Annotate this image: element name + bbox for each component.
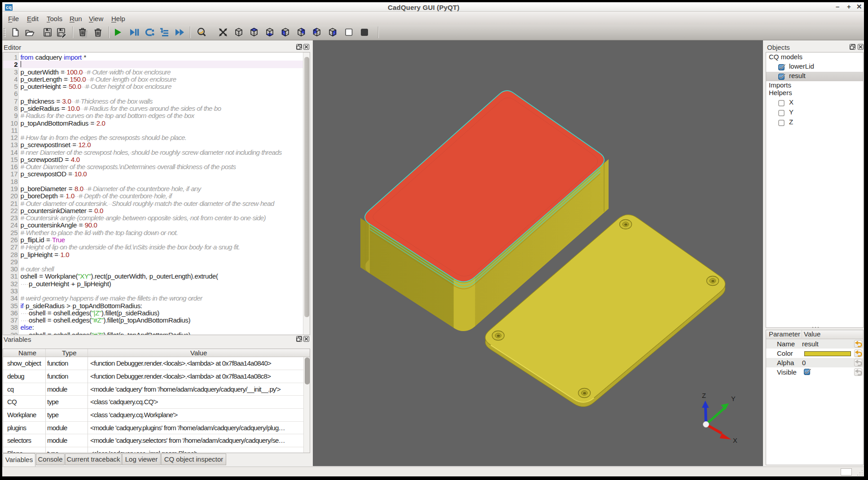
svg-text:Y: Y [731,395,736,402]
svg-text:Z: Z [702,392,706,399]
svg-text:X: X [733,437,737,444]
